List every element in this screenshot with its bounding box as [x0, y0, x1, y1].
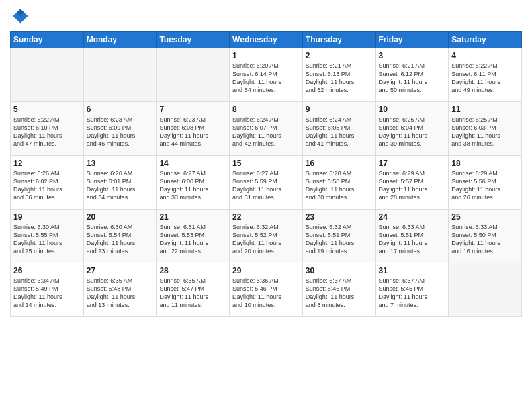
day-number: 20 — [87, 212, 154, 222]
col-header-sunday: Sunday — [11, 32, 84, 48]
calendar-week-2: 5Sunrise: 6:22 AM Sunset: 6:10 PM Daylig… — [11, 102, 522, 156]
day-info: Sunrise: 6:29 AM Sunset: 5:56 PM Dayligh… — [451, 169, 519, 202]
day-info: Sunrise: 6:30 AM Sunset: 5:55 PM Dayligh… — [13, 223, 81, 256]
day-info: Sunrise: 6:20 AM Sunset: 6:14 PM Dayligh… — [232, 62, 300, 95]
day-info: Sunrise: 6:36 AM Sunset: 5:46 PM Dayligh… — [232, 277, 300, 310]
col-header-friday: Friday — [375, 32, 449, 48]
calendar-cell: 11Sunrise: 6:25 AM Sunset: 6:03 PM Dayli… — [449, 102, 522, 156]
day-info: Sunrise: 6:34 AM Sunset: 5:49 PM Dayligh… — [13, 277, 81, 310]
calendar-week-1: 1Sunrise: 6:20 AM Sunset: 6:14 PM Daylig… — [11, 48, 522, 102]
calendar-cell: 9Sunrise: 6:24 AM Sunset: 6:05 PM Daylig… — [302, 102, 375, 156]
day-number: 8 — [232, 105, 300, 114]
day-info: Sunrise: 6:32 AM Sunset: 5:52 PM Dayligh… — [232, 223, 300, 256]
day-number: 16 — [306, 158, 373, 168]
day-number: 26 — [13, 266, 81, 275]
calendar-week-3: 12Sunrise: 6:26 AM Sunset: 6:02 PM Dayli… — [11, 156, 522, 210]
day-number: 27 — [87, 266, 154, 275]
logo-icon — [10, 7, 29, 26]
day-info: Sunrise: 6:23 AM Sunset: 6:08 PM Dayligh… — [159, 116, 226, 148]
calendar-cell: 17Sunrise: 6:29 AM Sunset: 5:57 PM Dayli… — [375, 156, 449, 210]
calendar-cell: 7Sunrise: 6:23 AM Sunset: 6:08 PM Daylig… — [157, 102, 230, 156]
logo — [10, 7, 32, 26]
col-header-wednesday: Wednesday — [230, 32, 303, 48]
calendar-cell: 6Sunrise: 6:23 AM Sunset: 6:09 PM Daylig… — [83, 102, 157, 156]
day-number: 14 — [159, 158, 226, 168]
calendar-cell: 1Sunrise: 6:20 AM Sunset: 6:14 PM Daylig… — [230, 48, 303, 102]
day-number: 31 — [379, 266, 446, 275]
calendar-cell — [157, 48, 230, 102]
day-number: 2 — [306, 51, 373, 60]
day-info: Sunrise: 6:33 AM Sunset: 5:50 PM Dayligh… — [451, 223, 519, 256]
day-number: 10 — [379, 105, 446, 114]
calendar-cell: 5Sunrise: 6:22 AM Sunset: 6:10 PM Daylig… — [11, 102, 84, 156]
day-info: Sunrise: 6:37 AM Sunset: 5:46 PM Dayligh… — [306, 277, 373, 310]
calendar-cell: 21Sunrise: 6:31 AM Sunset: 5:53 PM Dayli… — [157, 210, 230, 263]
day-number: 7 — [159, 105, 226, 114]
day-info: Sunrise: 6:25 AM Sunset: 6:03 PM Dayligh… — [451, 116, 519, 148]
day-info: Sunrise: 6:24 AM Sunset: 6:05 PM Dayligh… — [306, 116, 373, 148]
day-number: 25 — [451, 212, 519, 222]
day-number: 30 — [306, 266, 373, 275]
day-info: Sunrise: 6:33 AM Sunset: 5:51 PM Dayligh… — [379, 223, 446, 256]
col-header-thursday: Thursday — [302, 32, 375, 48]
calendar-cell: 16Sunrise: 6:28 AM Sunset: 5:58 PM Dayli… — [302, 156, 375, 210]
day-number: 15 — [232, 158, 300, 168]
day-info: Sunrise: 6:31 AM Sunset: 5:53 PM Dayligh… — [159, 223, 226, 256]
day-info: Sunrise: 6:22 AM Sunset: 6:10 PM Dayligh… — [13, 116, 81, 148]
day-info: Sunrise: 6:35 AM Sunset: 5:47 PM Dayligh… — [159, 277, 226, 310]
calendar-table: SundayMondayTuesdayWednesdayThursdayFrid… — [10, 31, 522, 317]
day-number: 18 — [451, 158, 519, 168]
day-number: 11 — [451, 105, 519, 114]
calendar-cell: 10Sunrise: 6:25 AM Sunset: 6:04 PM Dayli… — [375, 102, 449, 156]
calendar-cell: 2Sunrise: 6:21 AM Sunset: 6:13 PM Daylig… — [302, 48, 375, 102]
calendar-cell: 20Sunrise: 6:30 AM Sunset: 5:54 PM Dayli… — [83, 210, 157, 263]
day-number: 21 — [159, 212, 226, 222]
day-number: 22 — [232, 212, 300, 222]
day-number: 29 — [232, 266, 300, 275]
calendar-header-row: SundayMondayTuesdayWednesdayThursdayFrid… — [11, 32, 522, 48]
calendar-cell: 19Sunrise: 6:30 AM Sunset: 5:55 PM Dayli… — [11, 210, 84, 263]
day-info: Sunrise: 6:21 AM Sunset: 6:12 PM Dayligh… — [379, 62, 446, 95]
day-number: 23 — [306, 212, 373, 222]
calendar-cell: 28Sunrise: 6:35 AM Sunset: 5:47 PM Dayli… — [157, 263, 230, 317]
calendar-cell: 22Sunrise: 6:32 AM Sunset: 5:52 PM Dayli… — [230, 210, 303, 263]
calendar-cell: 15Sunrise: 6:27 AM Sunset: 5:59 PM Dayli… — [230, 156, 303, 210]
day-info: Sunrise: 6:22 AM Sunset: 6:11 PM Dayligh… — [451, 62, 519, 95]
day-number: 28 — [159, 266, 226, 275]
header — [10, 7, 522, 26]
day-number: 1 — [232, 51, 300, 60]
calendar-week-5: 26Sunrise: 6:34 AM Sunset: 5:49 PM Dayli… — [11, 263, 522, 317]
calendar-cell: 3Sunrise: 6:21 AM Sunset: 6:12 PM Daylig… — [375, 48, 449, 102]
calendar-cell: 27Sunrise: 6:35 AM Sunset: 5:48 PM Dayli… — [83, 263, 157, 317]
day-info: Sunrise: 6:25 AM Sunset: 6:04 PM Dayligh… — [379, 116, 446, 148]
col-header-saturday: Saturday — [449, 32, 522, 48]
calendar-cell: 31Sunrise: 6:37 AM Sunset: 5:45 PM Dayli… — [375, 263, 449, 317]
calendar-cell: 26Sunrise: 6:34 AM Sunset: 5:49 PM Dayli… — [11, 263, 84, 317]
day-number: 9 — [306, 105, 373, 114]
day-info: Sunrise: 6:27 AM Sunset: 5:59 PM Dayligh… — [232, 169, 300, 202]
calendar-week-4: 19Sunrise: 6:30 AM Sunset: 5:55 PM Dayli… — [11, 210, 522, 263]
day-info: Sunrise: 6:24 AM Sunset: 6:07 PM Dayligh… — [232, 116, 300, 148]
calendar-cell: 14Sunrise: 6:27 AM Sunset: 6:00 PM Dayli… — [157, 156, 230, 210]
day-info: Sunrise: 6:30 AM Sunset: 5:54 PM Dayligh… — [87, 223, 154, 256]
page: SundayMondayTuesdayWednesdayThursdayFrid… — [0, 0, 532, 411]
day-info: Sunrise: 6:26 AM Sunset: 6:02 PM Dayligh… — [13, 169, 81, 202]
day-info: Sunrise: 6:28 AM Sunset: 5:58 PM Dayligh… — [306, 169, 373, 202]
calendar-cell: 23Sunrise: 6:32 AM Sunset: 5:51 PM Dayli… — [302, 210, 375, 263]
day-number: 6 — [87, 105, 154, 114]
calendar-cell: 24Sunrise: 6:33 AM Sunset: 5:51 PM Dayli… — [375, 210, 449, 263]
col-header-monday: Monday — [83, 32, 157, 48]
day-number: 13 — [87, 158, 154, 168]
day-info: Sunrise: 6:26 AM Sunset: 6:01 PM Dayligh… — [87, 169, 154, 202]
day-number: 5 — [13, 105, 81, 114]
day-info: Sunrise: 6:29 AM Sunset: 5:57 PM Dayligh… — [379, 169, 446, 202]
day-number: 17 — [379, 158, 446, 168]
calendar-cell: 29Sunrise: 6:36 AM Sunset: 5:46 PM Dayli… — [230, 263, 303, 317]
day-info: Sunrise: 6:32 AM Sunset: 5:51 PM Dayligh… — [306, 223, 373, 256]
calendar-cell — [83, 48, 157, 102]
day-number: 12 — [13, 158, 81, 168]
calendar-cell: 12Sunrise: 6:26 AM Sunset: 6:02 PM Dayli… — [11, 156, 84, 210]
day-info: Sunrise: 6:27 AM Sunset: 6:00 PM Dayligh… — [159, 169, 226, 202]
day-number: 19 — [13, 212, 81, 222]
day-number: 24 — [379, 212, 446, 222]
